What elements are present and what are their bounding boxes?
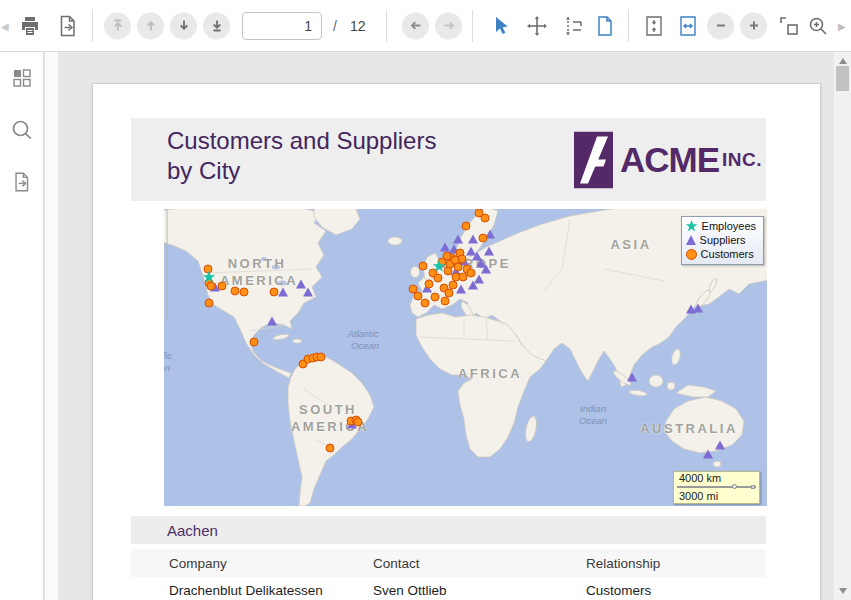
panel-gutter <box>45 52 58 600</box>
customer-marker <box>419 262 428 271</box>
thumbnails-button[interactable] <box>8 64 36 92</box>
navigate-back-icon <box>408 18 424 34</box>
customer-marker <box>414 292 423 301</box>
customer-marker <box>207 282 216 291</box>
map-scale-slider[interactable] <box>679 484 754 490</box>
page-count: 12 <box>350 18 366 34</box>
customer-marker <box>425 280 434 289</box>
supplier-marker <box>468 235 478 244</box>
map-scale-control[interactable]: 4000 km 3000 mi <box>673 471 760 504</box>
logo-suffix: INC. <box>722 149 762 171</box>
legend-item: Suppliers <box>686 233 756 247</box>
supplier-marker <box>267 317 277 326</box>
company-logo: ACME INC. <box>574 131 762 188</box>
report-title-line2: by City <box>167 156 436 186</box>
pan-icon <box>526 15 548 37</box>
last-page-button[interactable] <box>203 12 230 39</box>
continent-label: AFRICA <box>458 366 522 381</box>
first-page-button[interactable] <box>104 12 131 39</box>
toolbar: ◀ / 12 <box>0 0 851 52</box>
customer-marker <box>205 299 214 308</box>
triangle-legend-icon <box>686 235 696 245</box>
section-band: Aachen <box>131 516 766 544</box>
supplier-marker <box>627 373 637 382</box>
scroll-up-arrow[interactable] <box>839 58 847 64</box>
scroll-down-arrow[interactable] <box>839 588 847 594</box>
scale-line <box>677 486 756 488</box>
star-legend-icon <box>686 220 698 232</box>
zoom-out-icon <box>713 18 729 34</box>
supplier-marker <box>456 285 466 294</box>
export-document-button[interactable] <box>52 10 84 42</box>
export-document-icon <box>11 171 33 193</box>
supplier-marker <box>703 450 713 459</box>
ocean-label: Pacific <box>164 350 172 361</box>
table-cell: Customers <box>586 583 766 598</box>
print-button[interactable] <box>14 10 46 42</box>
navigate-back-button[interactable] <box>402 12 429 39</box>
next-page-button[interactable] <box>170 12 197 39</box>
table-cell: Sven Ottlieb <box>373 583 586 598</box>
zoom-out-button[interactable] <box>707 12 734 39</box>
fit-to-page-button[interactable] <box>638 10 670 42</box>
snap-lines-tool-button[interactable] <box>557 10 589 42</box>
pointer-tool-button[interactable] <box>484 10 516 42</box>
zoom-selection-button[interactable] <box>773 10 805 42</box>
supplier-marker <box>278 288 288 297</box>
search-button[interactable] <box>8 116 36 144</box>
customer-marker <box>204 265 213 274</box>
magnifier-zoom-icon <box>807 15 829 37</box>
snap-lines-icon <box>562 15 584 37</box>
fit-to-width-icon <box>677 15 699 37</box>
report-title-line1: Customers and Suppliers <box>167 126 436 156</box>
supplier-marker <box>484 247 494 256</box>
single-page-view-button[interactable] <box>589 10 621 42</box>
export-panel-button[interactable] <box>8 168 36 196</box>
scale-knob[interactable] <box>732 484 737 489</box>
legend-label: Employees <box>702 220 756 232</box>
customer-marker <box>479 234 488 243</box>
customer-marker <box>481 214 490 223</box>
scrollbar-thumb[interactable] <box>836 66 849 91</box>
customer-marker <box>270 288 279 297</box>
world-map: NORTHAMERICAEUROPEASIAAFRICASOUTHAMERICA… <box>164 209 767 506</box>
customer-marker <box>231 287 240 296</box>
report-page: Customers and Suppliers by City ACME INC… <box>92 83 821 600</box>
toolbar-separator <box>92 10 93 42</box>
zoom-in-button[interactable] <box>740 12 767 39</box>
legend-label: Customers <box>701 248 754 260</box>
supplier-marker <box>693 304 703 313</box>
pan-tool-button[interactable] <box>521 10 553 42</box>
map-legend: EmployeesSuppliersCustomers <box>681 216 764 265</box>
toolbar-scroll-left-icon[interactable]: ◀ <box>1 20 9 31</box>
supplier-marker <box>453 235 463 244</box>
fit-to-width-button[interactable] <box>672 10 704 42</box>
customer-marker <box>459 273 468 282</box>
supplier-marker <box>440 243 450 252</box>
customer-marker <box>441 297 450 306</box>
document-canvas[interactable]: Customers and Suppliers by City ACME INC… <box>58 52 828 600</box>
column-header: Company <box>169 556 373 571</box>
customer-marker <box>250 338 259 347</box>
supplier-marker <box>468 281 478 290</box>
previous-page-button[interactable] <box>137 12 164 39</box>
supplier-marker <box>715 441 725 450</box>
customer-marker <box>326 444 335 453</box>
vertical-scrollbar[interactable] <box>834 52 851 600</box>
table-cell: Drachenblut Delikatessen <box>169 583 373 598</box>
toolbar-scroll-right-icon[interactable]: ▶ <box>838 20 846 31</box>
table-header-row: CompanyContactRelationship <box>131 549 766 577</box>
customer-marker <box>449 281 458 290</box>
customer-marker <box>218 282 227 291</box>
logo-text: ACME <box>620 140 719 180</box>
legend-item: Employees <box>686 219 756 233</box>
ocean-label: Ocean <box>351 340 379 351</box>
magnifier-button[interactable] <box>802 10 834 42</box>
page-number-input[interactable] <box>242 12 322 40</box>
supplier-marker <box>481 265 491 274</box>
report-title: Customers and Suppliers by City <box>167 126 436 186</box>
map-legend-items: EmployeesSuppliersCustomers <box>686 219 756 261</box>
section-title: Aachen <box>131 522 218 539</box>
navigate-forward-button[interactable] <box>435 12 462 39</box>
page-icon <box>594 15 616 37</box>
